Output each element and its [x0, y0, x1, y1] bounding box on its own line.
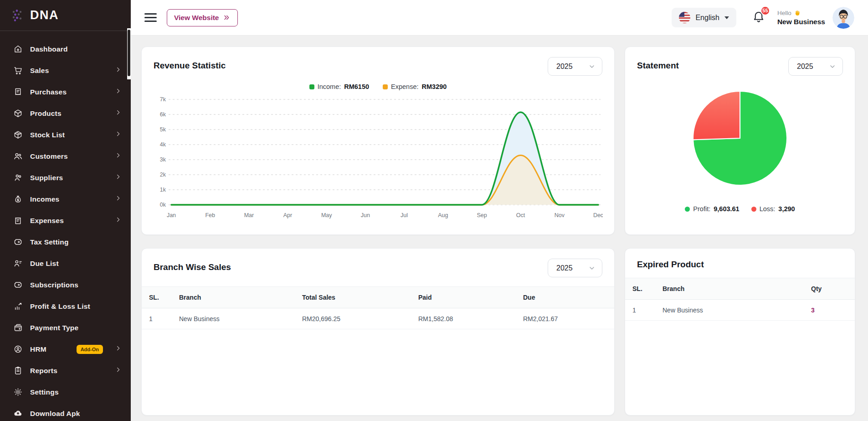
svg-text:5k: 5k: [160, 126, 166, 133]
sidebar-item-incomes[interactable]: Incomes: [0, 188, 131, 210]
sidebar-item-label: Suppliers: [30, 174, 108, 182]
chevron-right-icon: [115, 195, 122, 203]
notifications-button[interactable]: 55: [752, 10, 765, 26]
svg-text:Oct: Oct: [516, 212, 525, 218]
user-avatar[interactable]: [832, 7, 854, 29]
brand-logo[interactable]: DNA: [0, 0, 131, 31]
language-selector[interactable]: English: [672, 8, 736, 27]
col-branch: Branch: [655, 278, 804, 300]
svg-text:Jul: Jul: [401, 212, 408, 218]
svg-text:Nov: Nov: [555, 212, 565, 218]
col-due: Due: [516, 287, 614, 308]
card-title: Statement: [637, 57, 679, 71]
loss-value: 3,290: [778, 205, 795, 213]
chevron-right-icon: [115, 88, 122, 96]
svg-text:Sep: Sep: [477, 212, 487, 218]
sidebar-item-sales[interactable]: Sales: [0, 60, 131, 81]
income-value: RM6150: [344, 83, 369, 90]
sidebar-item-dashboard[interactable]: Dashboard: [0, 38, 131, 60]
user-name: New Business: [777, 18, 825, 26]
cart-icon: [13, 66, 23, 76]
sidebar-item-subscriptions[interactable]: Subscriptions: [0, 274, 131, 296]
year-select[interactable]: 2025: [548, 259, 602, 277]
sidebar-item-due-list[interactable]: Due List: [0, 253, 131, 274]
year-select[interactable]: 2025: [788, 57, 843, 76]
view-website-button[interactable]: View Website: [167, 9, 238, 26]
sidebar-item-label: Purchases: [30, 88, 108, 96]
year-select-value: 2025: [556, 62, 573, 71]
svg-text:1k: 1k: [160, 187, 166, 193]
svg-text:4k: 4k: [160, 141, 166, 148]
sidebar-scrollbar-thumb[interactable]: [128, 30, 130, 76]
brand-name: DNA: [30, 8, 59, 22]
loss-label: Loss:: [760, 205, 776, 213]
sidebar-item-hrm[interactable]: HRM Add-On: [0, 338, 131, 360]
table-row: 1 New Business 3: [625, 300, 855, 321]
topbar-right: English 55 Hello New Business: [672, 7, 854, 29]
money-bag-icon: [13, 194, 23, 204]
sidebar-item-payment-type[interactable]: Payment Type: [0, 317, 131, 338]
sidebar-item-expenses[interactable]: Expenses: [0, 210, 131, 231]
sidebar-item-tax-setting[interactable]: Tax Setting: [0, 231, 131, 253]
gear-icon: [13, 387, 23, 397]
sidebar-item-customers[interactable]: Customers: [0, 146, 131, 167]
sidebar-item-suppliers[interactable]: Suppliers: [0, 167, 131, 188]
y-axis-ticks: 0k 1k 2k 3k 4k 5k 6k 7k: [160, 96, 166, 208]
sidebar-item-purchases[interactable]: Purchases: [0, 81, 131, 103]
notification-count-badge: 55: [760, 6, 770, 16]
card-title: Branch Wise Sales: [154, 259, 231, 272]
svg-text:0k: 0k: [160, 202, 166, 208]
topbar: View Website English 55 Hello: [131, 0, 868, 36]
package-icon: [13, 130, 23, 140]
legend-expense: Expense: RM3290: [383, 83, 447, 90]
cell-branch: New Business: [655, 300, 804, 321]
cloud-download-icon: [13, 409, 23, 419]
sidebar-item-stock-list[interactable]: Stock List: [0, 124, 131, 146]
wallet-icon: [13, 323, 23, 333]
menu-toggle-icon[interactable]: [144, 13, 157, 22]
sidebar-item-profit-loss-list[interactable]: Profit & Loss List: [0, 296, 131, 317]
sidebar-scrollbar[interactable]: [127, 28, 131, 79]
revenue-line-chart: 0k 1k 2k 3k 4k 5k 6k 7k Jan Feb Ma: [142, 90, 614, 227]
card-title: Expired Product: [637, 260, 704, 270]
receipt-icon: [13, 216, 23, 226]
sidebar-item-settings[interactable]: Settings: [0, 381, 131, 403]
table-header-row: SL. Branch Qty: [625, 278, 855, 300]
svg-text:Feb: Feb: [205, 212, 215, 218]
sidebar-item-products[interactable]: Products: [0, 103, 131, 124]
expired-product-table: SL. Branch Qty 1 New Business 3: [625, 278, 855, 321]
profit-label: Profit:: [693, 205, 710, 213]
col-sl: SL.: [625, 278, 655, 300]
sidebar-item-label: Settings: [30, 388, 122, 396]
branch-wise-sales-card: Branch Wise Sales 2025 SL. Branch Total …: [141, 248, 615, 416]
col-total-sales: Total Sales: [295, 287, 411, 308]
addon-badge: Add-On: [77, 345, 103, 354]
statement-card: Statement 2025: [625, 47, 855, 235]
year-select[interactable]: 2025: [548, 57, 602, 76]
user-list-icon: [13, 259, 23, 269]
greeting-text: Hello: [777, 10, 791, 16]
legend-profit: Profit: 9,603.61: [685, 205, 739, 213]
sidebar-item-label: Incomes: [30, 195, 108, 203]
sidebar-item-label: HRM: [30, 345, 69, 353]
sidebar-item-label: Profit & Loss List: [30, 302, 122, 311]
sidebar-item-label: Payment Type: [30, 324, 122, 332]
sidebar-item-download-apk[interactable]: Download Apk: [0, 403, 131, 421]
svg-text:6k: 6k: [160, 111, 166, 118]
sidebar-item-label: Customers: [30, 152, 108, 161]
loss-swatch: [751, 207, 756, 212]
box-icon: [13, 109, 23, 119]
chevron-down-icon: [829, 63, 836, 70]
sidebar-item-reports[interactable]: Reports: [0, 360, 131, 381]
receipt-icon: [13, 87, 23, 97]
pie-legend: Profit: 9,603.61 Loss: 3,290: [625, 205, 855, 213]
legend-income: Income: RM6150: [309, 83, 369, 90]
caret-down-icon: [724, 16, 729, 19]
col-qty: Qty: [804, 278, 855, 300]
waving-hand-icon: [794, 10, 801, 16]
svg-text:3k: 3k: [160, 156, 166, 163]
user-gear-icon: [13, 344, 23, 354]
chevron-right-icon: [115, 109, 122, 118]
sidebar-item-label: Download Apk: [30, 410, 122, 418]
chevron-right-icon: [115, 66, 122, 75]
